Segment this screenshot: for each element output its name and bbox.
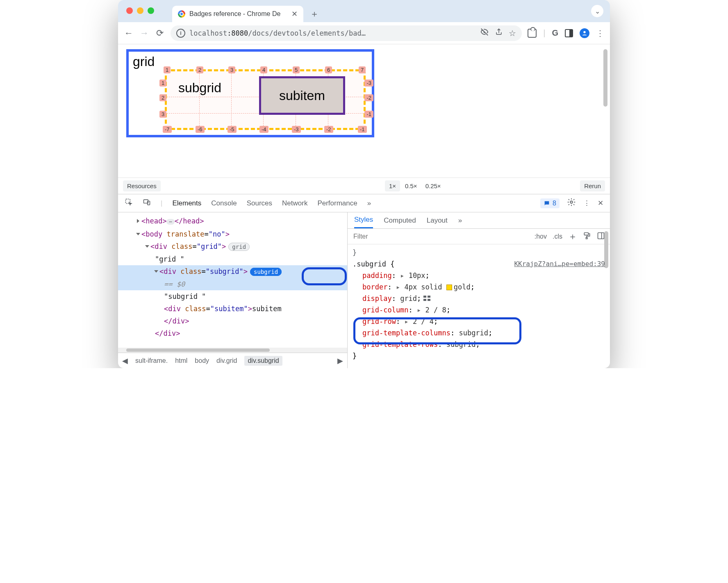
tab-elements[interactable]: Elements	[172, 199, 201, 207]
dom-close-subgrid[interactable]: </div>	[118, 327, 347, 339]
crumb-prev-icon[interactable]: ◀	[122, 356, 128, 365]
styles-filter-input[interactable]	[353, 232, 530, 241]
dom-node-head[interactable]: <head>⋯</head>	[118, 215, 347, 228]
extensions-icon[interactable]	[528, 29, 537, 38]
css-rule-display[interactable]: display: grid;	[353, 293, 605, 304]
grid-line-number: -3	[292, 126, 301, 133]
dom-node-subgrid[interactable]: <div class="subgrid">subgrid	[118, 265, 347, 278]
tab-performance[interactable]: Performance	[317, 199, 357, 207]
address-bar[interactable]: i localhost:8080/docs/devtools/elements/…	[171, 25, 522, 41]
maximize-window-icon[interactable]	[148, 7, 154, 14]
grid-line-number: 7	[359, 66, 366, 73]
css-rule-padding[interactable]: padding: ▸ 10px;	[353, 270, 605, 281]
svg-rect-6	[586, 237, 587, 239]
css-source-link[interactable]: KKrajpZ?ani…pe=embed:39	[514, 258, 605, 270]
dom-text-grid[interactable]: "grid "	[118, 253, 347, 265]
dom-node-grid[interactable]: <div class="grid">grid	[118, 240, 347, 253]
crumb-grid[interactable]: div.grid	[216, 357, 237, 364]
inspect-icon[interactable]	[125, 198, 133, 208]
css-rule-gtr[interactable]: grid-template-rows: subgrid;	[353, 339, 605, 350]
new-rule-icon[interactable]: ＋	[568, 230, 577, 243]
breadcrumb: ◀ sult-iframe. html body div.grid div.su…	[118, 353, 347, 368]
device-toggle-icon[interactable]	[143, 198, 151, 208]
hov-button[interactable]: :hov	[535, 233, 547, 240]
new-tab-button[interactable]: ＋	[307, 7, 321, 21]
grid-badge[interactable]: grid	[228, 243, 250, 251]
tabs-dropdown-button[interactable]: ⌄	[591, 5, 603, 17]
close-tab-icon[interactable]: ✕	[291, 9, 298, 18]
grid-line-number: 2	[196, 66, 203, 73]
dom-node-body[interactable]: <body translate="no">	[118, 228, 347, 240]
grid-line-number: -5	[228, 126, 237, 133]
window-controls	[126, 7, 154, 14]
crumb-subgrid[interactable]: div.subgrid	[244, 356, 282, 366]
preview-toolbar: Resources 1× 0.5× 0.25× Rerun	[118, 178, 610, 194]
elements-h-scrollbar[interactable]	[118, 348, 347, 353]
grid-line-number: 1	[164, 66, 171, 73]
tab-layout[interactable]: Layout	[427, 216, 448, 225]
settings-icon[interactable]	[567, 198, 576, 209]
reload-button[interactable]: ⟳	[155, 28, 165, 38]
minimize-window-icon[interactable]	[137, 7, 143, 14]
side-panel-icon[interactable]	[565, 29, 573, 37]
css-rule-grid-column[interactable]: grid-column: ▸ 2 / 8;	[353, 304, 605, 316]
share-icon[interactable]	[495, 28, 503, 38]
zoom-05x-button[interactable]: 0.5×	[402, 180, 421, 191]
devtools-menu-icon[interactable]: ⋮	[583, 199, 590, 207]
css-rule-gtc[interactable]: grid-template-columns: subgrid;	[353, 327, 605, 339]
forward-button: →	[139, 28, 149, 38]
tab-styles[interactable]: Styles	[354, 212, 373, 228]
zoom-1x-button[interactable]: 1×	[385, 180, 400, 191]
browser-toolbar: ← → ⟳ i localhost:8080/docs/devtools/ele…	[118, 22, 610, 44]
more-subtabs-icon[interactable]: »	[458, 216, 462, 225]
grid-editor-icon[interactable]	[423, 296, 430, 301]
paint-icon[interactable]	[583, 232, 591, 241]
dom-node-subitem[interactable]: <div class="subitem">subitem	[118, 303, 347, 315]
color-swatch-icon[interactable]	[446, 285, 452, 290]
resources-button[interactable]: Resources	[123, 180, 161, 191]
svg-rect-7	[598, 232, 604, 239]
grid-line-number: 4	[260, 66, 267, 73]
crumb-iframe[interactable]: sult-iframe.	[135, 357, 168, 364]
rerun-button[interactable]: Rerun	[580, 180, 605, 191]
crumb-next-icon[interactable]: ▶	[337, 356, 343, 365]
crumb-body[interactable]: body	[195, 357, 209, 364]
back-button[interactable]: ←	[124, 28, 134, 38]
tab-computed[interactable]: Computed	[384, 216, 416, 225]
css-selector[interactable]: .subgrid	[353, 260, 386, 268]
grid-line-number: 1	[159, 80, 166, 87]
tab-console[interactable]: Console	[211, 199, 237, 207]
google-icon[interactable]: G	[552, 28, 558, 38]
browser-tab[interactable]: Badges reference - Chrome De ✕	[172, 6, 303, 22]
cls-button[interactable]: .cls	[553, 233, 562, 240]
svg-rect-5	[584, 232, 588, 235]
url-text: localhost:8080/docs/devtools/elements/ba…	[189, 29, 366, 37]
more-tabs-icon[interactable]: »	[367, 199, 371, 207]
grid-line-number: -2	[364, 94, 373, 101]
zoom-025x-button[interactable]: 0.25×	[422, 180, 444, 191]
dom-selected-indicator: == $0	[118, 278, 347, 290]
chrome-menu-icon[interactable]: ⋮	[596, 28, 604, 38]
tab-sources[interactable]: Sources	[247, 199, 272, 207]
eye-off-icon[interactable]	[480, 27, 489, 39]
issues-button[interactable]: 8	[540, 198, 560, 208]
close-devtools-icon[interactable]: ✕	[598, 199, 603, 207]
profile-avatar-icon[interactable]	[580, 28, 589, 38]
grid-line-number: -3	[364, 80, 373, 87]
viewport-scrollbar[interactable]	[603, 49, 607, 107]
close-window-icon[interactable]	[126, 7, 133, 14]
subitem-box: subitem	[259, 76, 345, 115]
tab-network[interactable]: Network	[282, 199, 307, 207]
dom-close-subitem[interactable]: </div>	[118, 315, 347, 327]
crumb-html[interactable]: html	[175, 357, 187, 364]
subgrid-badge[interactable]: subgrid	[250, 268, 282, 276]
dom-text-subgrid[interactable]: "subgrid "	[118, 290, 347, 303]
bookmark-icon[interactable]: ☆	[509, 28, 516, 38]
grid-line-number: -7	[163, 126, 172, 133]
svg-point-0	[583, 31, 585, 33]
css-rule-grid-row[interactable]: grid-row: ▸ 2 / 4;	[353, 316, 605, 327]
site-info-icon[interactable]: i	[176, 29, 185, 38]
css-rule-border[interactable]: border: ▸ 4px solid gold;	[353, 281, 605, 293]
grid-line-number: -6	[196, 126, 205, 133]
computed-toggle-icon[interactable]	[597, 232, 605, 241]
